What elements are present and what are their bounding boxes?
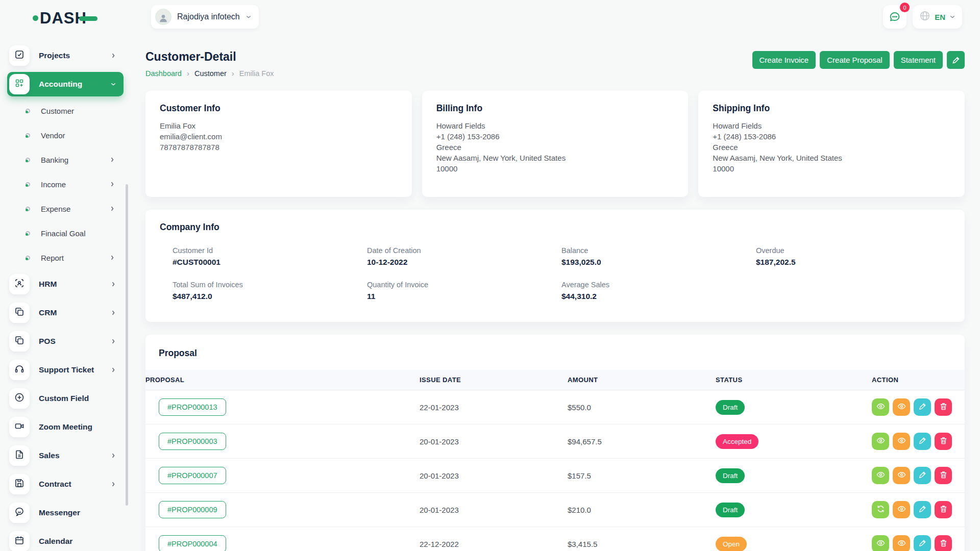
sidebar-item-support-ticket[interactable]: Support Ticket (7, 358, 124, 382)
preview-button[interactable] (893, 501, 910, 518)
delete-button[interactable] (935, 467, 952, 484)
delete-button[interactable] (935, 398, 952, 416)
proposal-card: Proposal PROPOSALISSUE DATEAMOUNTSTATUSA… (145, 335, 965, 551)
delete-button[interactable] (935, 535, 952, 551)
pencil-icon (918, 539, 927, 549)
preview-button[interactable] (893, 433, 910, 450)
bullet-icon (26, 133, 30, 138)
person-icon (158, 12, 169, 23)
preview-button[interactable] (893, 467, 910, 484)
pencil-icon (918, 470, 927, 481)
copy-icon (14, 307, 24, 319)
sidebar-subitem-report[interactable]: Report (7, 247, 124, 268)
trash-icon (939, 402, 948, 412)
table-row: #PROP000007 20-01-2023 $157.5 Draft (145, 459, 965, 493)
view-button[interactable] (872, 535, 889, 551)
bullet-icon (26, 182, 30, 187)
sidebar-item-pos[interactable]: POS (7, 329, 124, 354)
sidebar-item-crm[interactable]: CRM (7, 300, 124, 325)
status-badge: Draft (716, 468, 745, 483)
workspace-selector[interactable]: Rajodiya infotech (151, 5, 259, 29)
chevron-icon (110, 310, 116, 316)
scan-person-icon (14, 278, 24, 290)
edit-button[interactable] (914, 535, 931, 551)
breadcrumb-item[interactable]: Emilia Fox (239, 69, 274, 78)
statement-button[interactable]: Statement (894, 51, 943, 69)
field-label: Average Sales (561, 281, 756, 289)
create-proposal-button[interactable]: Create Proposal (820, 51, 889, 69)
sidebar-item-messenger[interactable]: Messenger (7, 500, 124, 525)
edit-button[interactable] (914, 501, 931, 518)
edit-button[interactable] (914, 433, 931, 450)
language-label: EN (935, 13, 945, 21)
edit-button[interactable] (914, 467, 931, 484)
language-selector[interactable]: EN (913, 5, 962, 29)
sidebar-subitem-finacial-goal[interactable]: Finacial Goal (7, 223, 124, 243)
chevron-icon (109, 181, 115, 187)
company-field: Overdue $187,202.5 (756, 246, 950, 267)
eye-icon (897, 539, 906, 549)
view-button[interactable] (872, 433, 889, 450)
pencil-icon (918, 402, 927, 412)
sidebar-item-calendar[interactable]: Calendar (7, 529, 124, 551)
company-field: Total Sum of Invoices $487,412.0 (173, 281, 367, 301)
video-icon (14, 421, 24, 433)
proposal-id-link[interactable]: #PROP000007 (159, 467, 226, 484)
delete-button[interactable] (935, 433, 952, 450)
info-line: Greece (713, 142, 950, 153)
sidebar-item-sales[interactable]: Sales (7, 443, 124, 468)
view-button[interactable] (872, 467, 889, 484)
sidebar-item-accounting[interactable]: Accounting (7, 72, 124, 96)
sidebar-item-custom-field[interactable]: Custom Field (7, 386, 124, 411)
headset-icon (14, 364, 24, 376)
sidebar-item-contract[interactable]: Contract (7, 472, 124, 496)
info-line: 78787878787878 (160, 142, 398, 153)
amount-cell: $3,415.5 (568, 527, 716, 551)
logo-dash-icon (79, 16, 97, 21)
amount-cell: $210.0 (568, 493, 716, 527)
notifications-button[interactable]: 0 (883, 5, 906, 29)
info-card: Shipping Info Howard Fields +1 (248) 153… (698, 91, 965, 197)
view-button[interactable] (872, 398, 889, 416)
field-value: #CUST00001 (173, 258, 367, 267)
status-badge: Draft (716, 400, 745, 415)
edit-button[interactable] (914, 398, 931, 416)
info-line: Howard Fields (713, 120, 950, 131)
convert-button[interactable] (872, 501, 889, 518)
card-title: Company Info (160, 222, 950, 233)
table-column-header: ACTION (872, 370, 965, 390)
proposal-table: PROPOSALISSUE DATEAMOUNTSTATUSACTION #PR… (145, 370, 965, 551)
status-badge: Accepted (716, 434, 758, 449)
sidebar-subitem-customer[interactable]: Customer (7, 101, 124, 121)
info-line: +1 (248) 153-2086 (713, 131, 950, 142)
create-invoice-button[interactable]: Create Invoice (752, 51, 816, 69)
breadcrumb-separator: › (232, 69, 234, 78)
delete-button[interactable] (935, 501, 952, 518)
sidebar-item-projects[interactable]: Projects (7, 43, 124, 68)
chevron-down-icon (949, 14, 955, 20)
amount-cell: $550.0 (568, 390, 716, 424)
table-column-header: STATUS (716, 370, 872, 390)
breadcrumb-item[interactable]: Customer (194, 69, 227, 78)
plus-circle-icon (14, 392, 24, 405)
preview-button[interactable] (893, 535, 910, 551)
sidebar-subitem-vendor[interactable]: Vendor (7, 125, 124, 145)
sidebar-subitem-income[interactable]: Income (7, 174, 124, 194)
proposal-id-link[interactable]: #PROP000004 (159, 535, 226, 551)
eye-icon (897, 402, 906, 412)
proposal-id-link[interactable]: #PROP000013 (159, 398, 226, 416)
proposal-id-link[interactable]: #PROP000003 (159, 433, 226, 450)
breadcrumb-item[interactable]: Dashboard (145, 69, 182, 78)
edit-customer-button[interactable] (947, 51, 965, 69)
info-line: emilia@client.com (160, 131, 398, 142)
field-label: Balance (561, 246, 756, 255)
table-column-header: ISSUE DATE (420, 370, 568, 390)
sidebar-item-zoom-meeting[interactable]: Zoom Meeting (7, 415, 124, 439)
sidebar-subitem-expense[interactable]: Expense (7, 198, 124, 219)
sidebar-subitem-banking[interactable]: Banking (7, 149, 124, 170)
sidebar-item-hrm[interactable]: HRM (7, 272, 124, 296)
field-value: 10-12-2022 (367, 258, 561, 267)
preview-button[interactable] (893, 398, 910, 416)
proposal-id-link[interactable]: #PROP000009 (159, 501, 226, 518)
sidebar-scrollbar[interactable] (126, 184, 128, 506)
